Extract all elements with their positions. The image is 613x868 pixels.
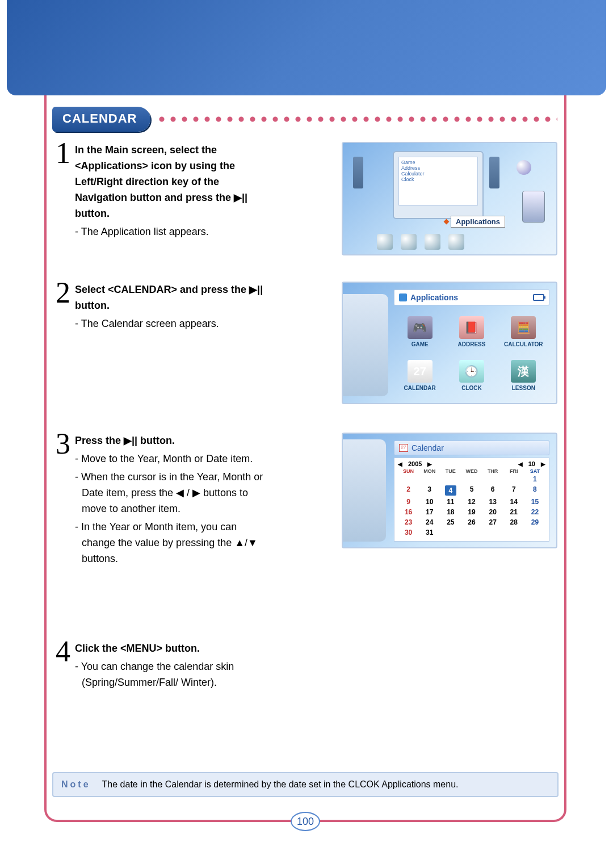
- date-cell: 14: [503, 497, 524, 507]
- date-cell: 4: [440, 484, 461, 497]
- app-cell-address: 📕ADDRESS: [446, 310, 497, 354]
- figure-3: 27 Calendar ◀ 2005 ▶ ◀: [342, 433, 557, 548]
- step-bullet: The Application list appears.: [75, 224, 272, 240]
- figure-2: Applications 🎮GAME📕ADDRESS🧮CALCULATOR27C…: [342, 282, 557, 404]
- app-label: CALCULATOR: [504, 341, 543, 347]
- calendar-icon: 27: [399, 444, 408, 452]
- step-bullet: Move to the Year, Month or Date item.: [75, 451, 272, 467]
- dow-cell: FRI: [503, 468, 524, 474]
- date-cell: 18: [440, 507, 461, 517]
- step-bullet: The Calendar screen appears.: [75, 316, 272, 332]
- date-cell: 28: [503, 517, 524, 527]
- step-number: 2: [52, 282, 73, 304]
- dow-cell: TUE: [440, 468, 461, 474]
- app-cell-clock: 🕒CLOCK: [446, 354, 497, 397]
- main-menu-screenshot: Game Address Calculator Clock Applicatio…: [342, 142, 557, 255]
- date-cell: [524, 527, 545, 538]
- calendar-icon: 27: [408, 360, 433, 383]
- note-bar: Note The date in the Calendar is determi…: [52, 772, 559, 797]
- small-icon: [377, 234, 393, 250]
- step-body: Click the <MENU> button. You can change …: [73, 640, 277, 690]
- device-silhouette: [342, 439, 386, 542]
- note-label: Note: [61, 779, 91, 790]
- date-cell: 27: [482, 517, 503, 527]
- step-number: 1: [52, 142, 73, 165]
- applications-caption: Applications: [451, 216, 505, 228]
- date-cell: 21: [503, 507, 524, 517]
- section-title: CALENDAR: [52, 107, 150, 132]
- step-body: Select <CALENDAR> and press the ▶|| butt…: [73, 282, 277, 332]
- calculator-icon: 🧮: [511, 316, 536, 339]
- step-1: 1 In the Main screen, select the <Applic…: [52, 142, 557, 261]
- date-cell: [440, 474, 461, 484]
- tv-menu-list: Game Address Calculator Clock: [398, 157, 478, 206]
- date-cell: 3: [419, 484, 440, 497]
- step-body: In the Main screen, select the <Applicat…: [73, 142, 277, 240]
- app-label: CALENDAR: [404, 385, 436, 391]
- date-cell: [461, 527, 482, 538]
- app-cell-lesson: 漢LESSON: [498, 354, 549, 397]
- date-cell: [482, 527, 503, 538]
- next-year-icon: ▶: [427, 461, 432, 467]
- step-body: Press the ▶|| button. Move to the Year, …: [73, 433, 277, 567]
- date-cell: 13: [482, 497, 503, 507]
- dow-cell: SAT: [524, 468, 545, 474]
- date-cell: 1: [524, 474, 545, 484]
- date-cell: [503, 474, 524, 484]
- page-frame: CALENDAR 1 In the Main screen, select th…: [44, 95, 566, 822]
- step-number: 3: [52, 433, 73, 455]
- calendar-header-row: ◀ 2005 ▶ ◀ 10 ▶: [394, 458, 549, 467]
- step-bullet: You can change the calendar skin (Spring…: [75, 659, 272, 690]
- date-cell: 17: [419, 507, 440, 517]
- tv-line: Clock: [401, 177, 475, 182]
- year-value: 2005: [408, 460, 422, 467]
- app-cell-calculator: 🧮CALCULATOR: [498, 310, 549, 354]
- prev-year-icon: ◀: [398, 461, 402, 467]
- date-cell: 12: [461, 497, 482, 507]
- battery-icon: [533, 294, 544, 301]
- date-row: 2345678: [394, 484, 549, 497]
- clock-icon: 🕒: [459, 360, 484, 383]
- step-text: Select <CALENDAR> and press the: [75, 284, 249, 295]
- date-cell: 16: [398, 507, 419, 517]
- date-row: 9101112131415: [394, 497, 549, 507]
- device-icon: [522, 191, 545, 223]
- dow-cell: MON: [419, 468, 440, 474]
- game-icon: 🎮: [408, 316, 433, 339]
- step-4: 4 Click the <MENU> button. You can chang…: [52, 640, 557, 690]
- date-cell: 24: [419, 517, 440, 527]
- date-cell: [461, 474, 482, 484]
- date-cell: 7: [503, 484, 524, 497]
- step-number: 4: [52, 640, 73, 663]
- window-title: Applications: [410, 293, 458, 302]
- date-cell: 26: [461, 517, 482, 527]
- lesson-icon: 漢: [511, 360, 536, 383]
- app-label: LESSON: [512, 385, 535, 391]
- dow-cell: SUN: [398, 468, 419, 474]
- date-cell: [503, 527, 524, 538]
- date-row: 1: [394, 474, 549, 484]
- step-bullet: When the cursor is in the Year, Month or…: [75, 469, 272, 517]
- date-cell: [419, 474, 440, 484]
- prev-month-icon: ◀: [518, 461, 523, 467]
- date-grid: 1234567891011121314151617181920212223242…: [394, 474, 549, 538]
- section-header: CALENDAR: [52, 107, 557, 132]
- speaker-icon: [353, 157, 363, 188]
- date-cell: 10: [419, 497, 440, 507]
- figure-1: Game Address Calculator Clock Applicatio…: [342, 142, 557, 255]
- date-cell: 9: [398, 497, 419, 507]
- dow-cell: THR: [482, 468, 503, 474]
- date-row: 3031: [394, 527, 549, 538]
- today-marker: 4: [445, 485, 456, 496]
- content-area: 1 In the Main screen, select the <Applic…: [52, 142, 557, 711]
- window-titlebar: Applications: [394, 290, 549, 305]
- orb-icon: [517, 160, 531, 175]
- app-cell-calendar: 27CALENDAR: [394, 354, 446, 397]
- speaker-icon: [489, 157, 499, 188]
- step-text: In the Main screen, select the <Applicat…: [75, 144, 235, 203]
- dow-cell: WED: [461, 468, 482, 474]
- step-3: 3 Press the ▶|| button. Move to the Year…: [52, 433, 557, 620]
- date-row: 16171819202122: [394, 507, 549, 517]
- header-band: [7, 0, 606, 95]
- app-cell-game: 🎮GAME: [394, 310, 446, 354]
